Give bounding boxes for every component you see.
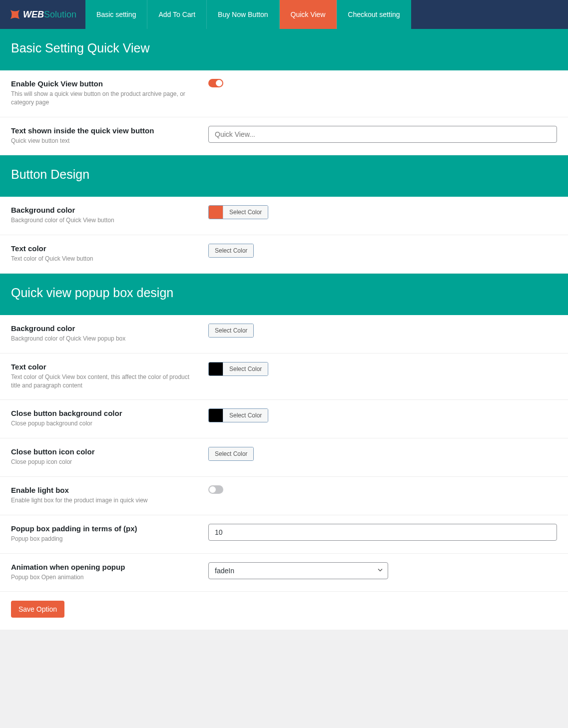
color-swatch xyxy=(209,363,223,375)
tab-add-to-cart[interactable]: Add To Cart xyxy=(147,0,207,29)
setting-desc: This will show a quick view button on th… xyxy=(11,90,198,107)
close-icon-color-picker[interactable]: Select Color xyxy=(208,447,254,461)
setting-close-bg: Close button background color Close popu… xyxy=(0,400,568,438)
enable-quick-view-toggle[interactable] xyxy=(208,79,223,87)
section-title-button-design: Button Design xyxy=(0,155,568,197)
select-color-button[interactable]: Select Color xyxy=(209,447,253,460)
setting-title: Text color xyxy=(11,363,198,371)
setting-desc: Popup box padding xyxy=(11,535,198,543)
setting-title: Text color xyxy=(11,244,198,253)
select-color-button[interactable]: Select Color xyxy=(223,409,268,422)
setting-desc: Close popup icon color xyxy=(11,458,198,466)
color-swatch xyxy=(209,206,223,219)
footer: Save Option xyxy=(0,592,568,630)
popup-padding-input[interactable] xyxy=(208,524,557,541)
save-button[interactable]: Save Option xyxy=(11,601,64,618)
setting-title: Popup box padding in terms of (px) xyxy=(11,524,198,533)
lightbox-toggle[interactable] xyxy=(208,485,223,494)
setting-popup-bg: Background color Background color of Qui… xyxy=(0,315,568,354)
setting-enable-quick-view: Enable Quick View button This will show … xyxy=(0,70,568,117)
setting-title: Close button background color xyxy=(11,409,198,417)
popup-bg-color-picker[interactable]: Select Color xyxy=(208,324,254,338)
setting-close-icon-color: Close button icon color Close popup icon… xyxy=(0,438,568,477)
tab-quick-view[interactable]: Quick View xyxy=(280,0,337,29)
tab-basic-setting[interactable]: Basic setting xyxy=(85,0,147,29)
section-title-popup-design: Quick view popup box design xyxy=(0,274,568,315)
setting-design-text-color: Text color Text color of Quick View butt… xyxy=(0,235,568,274)
logo-text: WEBSolution xyxy=(23,9,76,20)
logo: WEBSolution xyxy=(0,0,85,29)
setting-desc: Text color of Quick View box content, th… xyxy=(11,373,198,390)
close-bg-color-picker[interactable]: Select Color xyxy=(208,408,268,422)
setting-desc: Background color of Quick View popup box xyxy=(11,335,198,343)
setting-title: Background color xyxy=(11,206,198,214)
setting-title: Background color xyxy=(11,324,198,333)
select-color-button[interactable]: Select Color xyxy=(223,363,268,375)
setting-popup-text-color: Text color Text color of Quick View box … xyxy=(0,354,568,400)
design-text-color-picker[interactable]: Select Color xyxy=(208,244,254,258)
section-title-basic: Basic Setting Quick View xyxy=(0,29,568,70)
setting-lightbox: Enable light box Enable light box for th… xyxy=(0,477,568,515)
button-text-input[interactable] xyxy=(208,126,557,143)
select-color-button[interactable]: Select Color xyxy=(223,206,268,219)
select-color-button[interactable]: Select Color xyxy=(209,324,253,337)
setting-desc: Background color of Quick View button xyxy=(11,216,198,225)
color-swatch xyxy=(209,409,223,422)
design-bg-color-picker[interactable]: Select Color xyxy=(208,205,268,219)
setting-title: Animation when opening popup xyxy=(11,563,198,571)
setting-title: Text shown inside the quick view button xyxy=(11,126,198,135)
tabs: Basic setting Add To Cart Buy Now Button… xyxy=(85,0,411,29)
setting-design-bg: Background color Background color of Qui… xyxy=(0,197,568,235)
header: WEBSolution Basic setting Add To Cart Bu… xyxy=(0,0,568,29)
select-color-button[interactable]: Select Color xyxy=(209,244,253,257)
setting-desc: Quick view button text xyxy=(11,137,198,145)
setting-desc: Close popup background color xyxy=(11,419,198,428)
setting-desc: Enable light box for the product image i… xyxy=(11,496,198,505)
animation-select[interactable]: fadeIn xyxy=(208,562,388,579)
setting-popup-padding: Popup box padding in terms of (px) Popup… xyxy=(0,515,568,554)
setting-title: Enable light box xyxy=(11,486,198,494)
setting-button-text: Text shown inside the quick view button … xyxy=(0,117,568,156)
popup-text-color-picker[interactable]: Select Color xyxy=(208,362,268,376)
setting-desc: Popup box Open animation xyxy=(11,573,198,582)
tab-buy-now-button[interactable]: Buy Now Button xyxy=(207,0,279,29)
logo-icon xyxy=(9,8,21,20)
tab-checkout-setting[interactable]: Checkout setting xyxy=(337,0,411,29)
setting-popup-animation: Animation when opening popup Popup box O… xyxy=(0,554,568,592)
setting-title: Close button icon color xyxy=(11,447,198,456)
setting-title: Enable Quick View button xyxy=(11,79,198,88)
setting-desc: Text color of Quick View button xyxy=(11,255,198,263)
